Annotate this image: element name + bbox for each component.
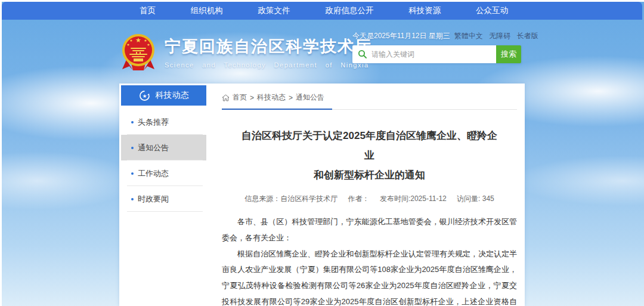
- meta-visits: 访问量: 345: [457, 194, 494, 203]
- sidebar-item-headlines[interactable]: 头条推荐: [121, 109, 206, 135]
- search-bar: 搜索: [352, 45, 521, 63]
- article-paragraph-2: 根据自治区雏鹰企业、瞪羚企业和创新型标杆企业认定管理有关规定，决定认定半亩良人农…: [222, 246, 517, 306]
- link-elder-version[interactable]: 长者版: [517, 32, 538, 40]
- header-right: 今天是2025年11月12日 星期三 繁體中文 无障碍 长者版 搜索: [352, 31, 521, 41]
- breadcrumb-divider: [222, 109, 517, 110]
- search-input[interactable]: [352, 45, 496, 63]
- article-meta: 信息来源：自治区科学技术厅 作者： 发布时间:2025-11-12 访问量: 3…: [222, 194, 517, 204]
- brand: ★ ★ ★ ★ ★ 宁夏回族自治区科学技术厅 Science and Techn…: [119, 32, 372, 74]
- svg-text:★: ★: [147, 43, 150, 47]
- article-paragraph-1: 各市、县（区）科技管理部门，宁东能源化工基地管委会，银川经济技术开发区管委会，各…: [222, 214, 517, 246]
- svg-text:★: ★: [135, 36, 141, 44]
- content-panel: ★ 科技动态 头条推荐 通知公告 工作动态: [119, 84, 525, 306]
- svg-text:★: ★: [129, 39, 132, 42]
- search-icon: [358, 50, 367, 59]
- meta-publish-time: 发布时间:2025-11-12: [380, 194, 447, 203]
- article-title-line2: 和创新型标杆企业的通知: [314, 169, 425, 181]
- bullet-dot-icon: [131, 121, 134, 123]
- home-icon: [222, 94, 230, 101]
- breadcrumb: 首页 > 科技动态 > 通知公告: [222, 84, 517, 103]
- search-field: [352, 45, 496, 63]
- nav-item-policy-documents[interactable]: 政策文件: [258, 2, 290, 20]
- top-navigation: 首页 组织机构 政策文件 政府信息公开 科技资源 公众互动: [2, 2, 642, 20]
- bullet-dot-icon: [131, 198, 134, 200]
- nav-item-government-info[interactable]: 政府信息公开: [325, 2, 373, 20]
- header-meta: 今天是2025年11月12日 星期三 繁體中文 无障碍 长者版: [352, 31, 521, 41]
- link-accessibility[interactable]: 无障碍: [489, 32, 510, 40]
- sidebar: ★ 科技动态 头条推荐 通知公告 工作动态: [121, 85, 206, 212]
- svg-text:★: ★: [144, 39, 147, 42]
- bullet-dot-icon: [131, 147, 134, 149]
- nav-item-organization[interactable]: 组织机构: [191, 2, 223, 20]
- nav-items: 首页 组织机构 政策文件 政府信息公开 科技资源 公众互动: [119, 2, 528, 20]
- breadcrumb-divider-accent: [222, 109, 332, 110]
- brand-text: 宁夏回族自治区科学技术厅 Science and Technology Depa…: [165, 32, 372, 69]
- breadcrumb-separator: >: [250, 94, 254, 102]
- sidebar-item-label: 头条推荐: [138, 117, 169, 128]
- sidebar-item-label: 工作动态: [138, 168, 169, 179]
- article-title: 自治区科技厅关于认定2025年度自治区雏鹰企业、瞪羚企业 和创新型标杆企业的通知: [240, 126, 499, 185]
- sidebar-item-work-updates[interactable]: 工作动态: [121, 160, 206, 186]
- link-traditional-chinese[interactable]: 繁體中文: [454, 32, 483, 40]
- current-date: 今天是2025年11月12日 星期三: [352, 31, 450, 41]
- breadcrumb-current: 通知公告: [296, 92, 324, 103]
- national-emblem-logo: ★ ★ ★ ★ ★: [119, 32, 157, 74]
- svg-text:★: ★: [142, 93, 147, 99]
- sidebar-item-label: 通知公告: [138, 143, 169, 153]
- meta-source: 信息来源：自治区科学技术厅: [244, 194, 338, 203]
- quick-links: 繁體中文 无障碍 长者版: [450, 31, 538, 41]
- nav-item-tech-resources[interactable]: 科技资源: [408, 2, 441, 20]
- site-subtitle-en: Science and Technology Department of Nin…: [165, 61, 372, 69]
- sidebar-item-political-news[interactable]: 时政要闻: [121, 186, 206, 212]
- site-title: 宁夏回族自治区科学技术厅: [165, 36, 372, 57]
- sidebar-menu: 头条推荐 通知公告 工作动态 时政要闻: [121, 106, 206, 212]
- svg-text:★: ★: [126, 43, 129, 47]
- main-content: 首页 > 科技动态 > 通知公告 自治区科技厅关于认定2025年度自治区雏鹰企业…: [222, 84, 517, 306]
- breadcrumb-home[interactable]: 首页: [233, 92, 247, 103]
- sidebar-item-label: 时政要闻: [138, 194, 169, 205]
- sidebar-header: ★ 科技动态: [121, 85, 206, 106]
- meta-author: 作者：: [348, 194, 370, 203]
- article-title-line1: 自治区科技厅关于认定2025年度自治区雏鹰企业、瞪羚企业: [242, 130, 497, 161]
- article-body: 各市、县（区）科技管理部门，宁东能源化工基地管委会，银川经济技术开发区管委会，各…: [222, 214, 517, 306]
- sidebar-title: 科技动态: [156, 90, 189, 101]
- site-header: ★ ★ ★ ★ ★ 宁夏回族自治区科学技术厅 Science and Techn…: [119, 27, 526, 80]
- page: 首页 组织机构 政策文件 政府信息公开 科技资源 公众互动 ★ ★ ★ ★ ★: [0, 0, 644, 306]
- bullet-dot-icon: [131, 172, 134, 175]
- breadcrumb-category[interactable]: 科技动态: [257, 92, 286, 103]
- breadcrumb-separator: >: [289, 94, 293, 102]
- nav-item-public-interaction[interactable]: 公众互动: [476, 2, 508, 20]
- nav-item-home[interactable]: 首页: [140, 2, 156, 20]
- sidebar-item-notices[interactable]: 通知公告: [121, 135, 206, 160]
- star-circle-icon: ★: [139, 90, 150, 101]
- search-button[interactable]: 搜索: [496, 45, 521, 63]
